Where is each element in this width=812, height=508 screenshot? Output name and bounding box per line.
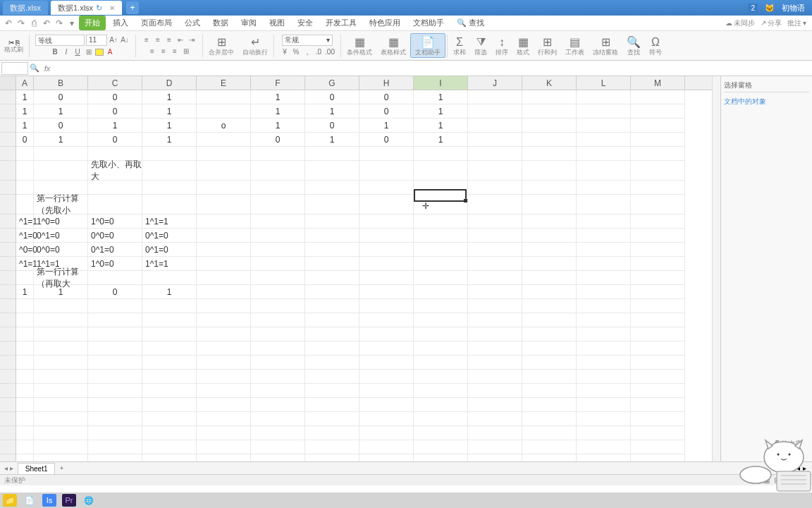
cell[interactable] bbox=[631, 285, 685, 299]
cell[interactable] bbox=[359, 257, 414, 271]
sheet-tab[interactable]: Sheet1 bbox=[18, 463, 56, 474]
cell[interactable] bbox=[197, 341, 251, 356]
cell[interactable] bbox=[305, 398, 359, 412]
cell[interactable]: ^1=1 bbox=[16, 257, 34, 271]
cell[interactable] bbox=[577, 104, 631, 119]
cell[interactable] bbox=[197, 257, 251, 271]
cell[interactable] bbox=[522, 271, 577, 285]
cell[interactable] bbox=[251, 299, 305, 313]
cell[interactable] bbox=[359, 161, 414, 181]
cell[interactable] bbox=[305, 327, 359, 341]
cell[interactable] bbox=[305, 454, 359, 461]
cell[interactable] bbox=[359, 181, 414, 195]
cell[interactable]: 0 bbox=[34, 119, 88, 133]
cell[interactable] bbox=[359, 313, 414, 327]
menu-dochelper[interactable]: 文档助手 bbox=[407, 16, 450, 30]
cell[interactable] bbox=[88, 313, 142, 327]
cell[interactable] bbox=[414, 440, 468, 454]
cell[interactable] bbox=[16, 412, 34, 426]
sync-status[interactable]: ☁ 未同步 bbox=[725, 18, 755, 28]
cell[interactable] bbox=[631, 356, 685, 370]
font-color-icon[interactable]: A bbox=[105, 47, 115, 57]
cell[interactable] bbox=[414, 257, 468, 271]
cell[interactable] bbox=[631, 412, 685, 426]
cell[interactable] bbox=[88, 384, 142, 398]
view-break-icon[interactable]: ⊡ bbox=[784, 476, 789, 484]
format-button[interactable]: ▦格式 bbox=[512, 34, 534, 57]
cell[interactable] bbox=[34, 161, 88, 181]
cell[interactable]: ^1=1 bbox=[16, 214, 34, 229]
taskbar-app2-icon[interactable]: Is bbox=[42, 494, 56, 507]
cell[interactable] bbox=[88, 454, 142, 461]
cell[interactable] bbox=[414, 426, 468, 440]
cell[interactable] bbox=[16, 161, 34, 181]
cell[interactable] bbox=[88, 327, 142, 341]
align-right-icon[interactable]: ≡ bbox=[170, 47, 180, 56]
cell[interactable] bbox=[359, 229, 414, 243]
cell[interactable] bbox=[142, 370, 197, 384]
cell[interactable] bbox=[34, 440, 88, 454]
cell[interactable] bbox=[522, 313, 577, 327]
cell[interactable] bbox=[305, 313, 359, 327]
col-header[interactable]: I bbox=[414, 76, 468, 90]
cell[interactable] bbox=[197, 327, 251, 341]
cell[interactable] bbox=[468, 384, 522, 398]
cell[interactable] bbox=[251, 412, 305, 426]
cell[interactable] bbox=[305, 243, 359, 257]
filter-button[interactable]: ⧩筛选 bbox=[470, 35, 491, 57]
cell[interactable] bbox=[142, 384, 197, 398]
zoom-slider[interactable]: ─○─ bbox=[794, 476, 808, 484]
cell[interactable] bbox=[414, 299, 468, 313]
cell[interactable]: 1 bbox=[142, 285, 197, 299]
cell[interactable] bbox=[34, 412, 88, 426]
cell[interactable]: 1 bbox=[305, 104, 359, 119]
cell[interactable] bbox=[468, 181, 522, 195]
hscroll-left-icon[interactable]: ◂ bbox=[796, 464, 800, 472]
cell[interactable] bbox=[142, 147, 197, 161]
zoom-icon[interactable]: 🔍 bbox=[28, 64, 41, 73]
cell[interactable] bbox=[631, 299, 685, 313]
cell[interactable]: 0 bbox=[88, 285, 142, 299]
cell[interactable] bbox=[359, 384, 414, 398]
cell[interactable]: o bbox=[197, 119, 251, 133]
cell[interactable] bbox=[197, 356, 251, 370]
cell[interactable] bbox=[522, 341, 577, 356]
cell[interactable] bbox=[88, 356, 142, 370]
font-grow-icon[interactable]: A↑ bbox=[109, 35, 118, 45]
cell[interactable]: 1 bbox=[251, 119, 305, 133]
cell[interactable] bbox=[34, 313, 88, 327]
cell[interactable] bbox=[631, 119, 685, 133]
col-header[interactable]: D bbox=[142, 76, 197, 90]
format-painter-label[interactable]: 格式刷 bbox=[4, 47, 23, 53]
cell[interactable] bbox=[631, 214, 685, 229]
cell[interactable] bbox=[468, 271, 522, 285]
cell[interactable] bbox=[631, 133, 685, 147]
cell[interactable] bbox=[468, 440, 522, 454]
cell[interactable] bbox=[414, 370, 468, 384]
cell[interactable] bbox=[414, 181, 468, 195]
cell[interactable] bbox=[414, 398, 468, 412]
cell[interactable] bbox=[522, 398, 577, 412]
find-button[interactable]: 🔍查找 bbox=[622, 34, 645, 57]
cell[interactable] bbox=[577, 356, 631, 370]
cell[interactable] bbox=[359, 440, 414, 454]
cell[interactable] bbox=[468, 257, 522, 271]
cell[interactable]: 0^0=0 bbox=[88, 229, 142, 243]
cell[interactable]: ^1=0 bbox=[16, 229, 34, 243]
share-button[interactable]: ↗ 分享 bbox=[761, 18, 782, 28]
sheet-button[interactable]: ▤工作表 bbox=[561, 34, 589, 57]
cell[interactable] bbox=[16, 440, 34, 454]
cell[interactable] bbox=[577, 384, 631, 398]
cell[interactable] bbox=[251, 285, 305, 299]
cell[interactable] bbox=[522, 327, 577, 341]
cell[interactable] bbox=[305, 440, 359, 454]
cell[interactable] bbox=[631, 313, 685, 327]
cell[interactable]: 0 bbox=[88, 104, 142, 119]
cell[interactable] bbox=[142, 299, 197, 313]
cell[interactable] bbox=[251, 161, 305, 181]
cell[interactable] bbox=[577, 370, 631, 384]
cell[interactable] bbox=[468, 370, 522, 384]
menu-insert[interactable]: 插入 bbox=[107, 16, 134, 30]
cell[interactable] bbox=[522, 454, 577, 461]
indent-dec-icon[interactable]: ⇤ bbox=[176, 35, 185, 45]
